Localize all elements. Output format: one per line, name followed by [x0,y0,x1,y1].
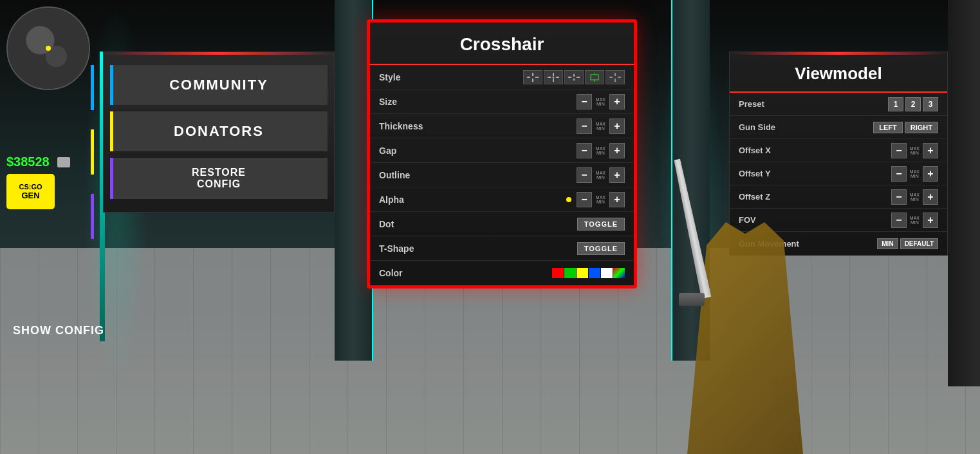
gun-movement-default-button[interactable]: DEFAULT [900,238,938,249]
outline-controls: − MAXMIN + [437,167,625,183]
restore-config-button[interactable]: RESTORECONFIG [110,158,328,199]
gun-movement-controls: MIN DEFAULT [877,238,938,249]
csgo-logo-line2: GEN [21,191,39,200]
knife-guard [679,293,705,306]
pillar-far-right [948,0,980,386]
crosshair-row-size: Size − MAXMIN + [370,90,634,114]
crosshair-row-style: Style [370,65,634,90]
outline-plus-button[interactable]: + [609,167,625,183]
offset-x-label: Offset X [739,146,891,155]
size-controls: − MAXMIN + [437,94,625,109]
money-display: $38528 [6,155,70,169]
csgo-logo-line1: CS:GO [19,183,42,191]
outline-label: Outline [379,170,437,180]
left-panel-top-bar [104,52,334,55]
show-config-label: SHOW CONFIG [13,324,104,337]
thickness-maxmin: MAXMIN [596,122,606,131]
accent-bar-restore [91,194,94,239]
left-panel: COMMUNITY DONATORS RESTORECONFIG [103,52,335,213]
offset-x-minus[interactable]: − [891,143,907,158]
vm-row-offset-x: Offset X − MAXMIN + [730,139,947,162]
accent-bar-donators [91,129,94,175]
style-icon-3[interactable] [564,70,584,84]
thickness-minus-button[interactable]: − [577,118,592,134]
money-icon [57,157,70,167]
preset-2-button[interactable]: 2 [905,97,921,111]
crosshair-row-thickness: Thickness − MAXMIN + [370,114,634,138]
size-label: Size [379,97,437,107]
csgo-logo-container: CS:GO GEN [6,174,55,209]
size-plus-button[interactable]: + [609,94,625,109]
community-button[interactable]: COMMUNITY [110,65,328,105]
gun-side-controls: LEFT RIGHT [873,122,938,133]
vm-row-offset-y: Offset Y − MAXMIN + [730,162,947,185]
tshape-label: T-Shape [379,243,437,254]
fov-maxmin: MAXMIN [910,216,920,225]
style-icon-4[interactable] [585,70,604,84]
alpha-dot [566,197,571,202]
vm-row-preset: Preset 1 2 3 [730,93,947,116]
style-icon-5[interactable] [606,70,625,84]
gap-maxmin: MAXMIN [596,146,606,155]
color-label: Color [379,268,437,278]
donators-button[interactable]: DONATORS [110,111,328,151]
thickness-label: Thickness [379,121,437,131]
offset-y-minus[interactable]: − [891,166,907,182]
offset-z-plus[interactable]: + [923,189,938,205]
offset-x-maxmin: MAXMIN [910,146,920,155]
crosshair-title: Crosshair [370,23,634,65]
money-amount: $38528 [6,155,50,169]
fov-minus[interactable]: − [891,213,907,228]
gap-controls: − MAXMIN + [437,143,625,158]
style-label: Style [379,72,437,82]
swatch-red[interactable] [552,268,564,278]
viewmodel-title: Viewmodel [730,55,947,93]
csgo-logo: CS:GO GEN [6,174,55,209]
show-config[interactable]: SHOW CONFIG [13,324,104,338]
hand-shape [639,222,832,454]
svg-rect-13 [591,75,598,80]
preset-3-button[interactable]: 3 [923,97,938,111]
svg-point-8 [553,76,555,78]
outline-maxmin: MAXMIN [596,171,606,180]
minimap-player-dot [46,46,51,51]
preset-label: Preset [739,99,888,109]
alpha-label: Alpha [379,194,437,205]
style-icon-group [523,70,625,84]
minimap [6,6,90,90]
style-icon-1[interactable] [523,70,542,84]
gun-side-label: Gun Side [739,122,873,132]
offset-y-plus[interactable]: + [923,166,938,182]
size-minus-button[interactable]: − [577,94,592,109]
style-icon-2[interactable] [544,70,563,84]
crosshair-row-outline: Outline − MAXMIN + [370,163,634,187]
gap-label: Gap [379,146,437,156]
gap-minus-button[interactable]: − [577,143,592,158]
accent-bar-community [91,65,94,110]
vm-row-gun-side: Gun Side LEFT RIGHT [730,116,947,139]
gun-side-left-button[interactable]: LEFT [873,122,903,133]
offset-z-minus[interactable]: − [891,189,907,205]
preset-1-button[interactable]: 1 [888,97,903,111]
dot-label: Dot [379,219,437,229]
offset-x-plus[interactable]: + [923,143,938,158]
gun-side-right-button[interactable]: RIGHT [905,122,938,133]
thickness-controls: − MAXMIN + [437,118,625,134]
offset-y-controls: − MAXMIN + [891,166,938,182]
offset-y-label: Offset Y [739,169,891,178]
outline-minus-button[interactable]: − [577,167,592,183]
fov-plus[interactable]: + [923,213,938,228]
offset-y-maxmin: MAXMIN [910,169,920,178]
thickness-plus-button[interactable]: + [609,118,625,134]
crosshair-row-gap: Gap − MAXMIN + [370,138,634,163]
gap-plus-button[interactable]: + [609,143,625,158]
size-maxmin: MAXMIN [596,97,606,106]
knife-hand-container [575,196,883,454]
offset-z-maxmin: MAXMIN [910,193,920,202]
style-controls [437,70,625,84]
offset-x-controls: − MAXMIN + [891,143,938,158]
fov-controls: − MAXMIN + [891,213,938,228]
preset-controls: 1 2 3 [888,97,938,111]
minimap-inner [8,8,89,89]
offset-z-controls: − MAXMIN + [891,189,938,205]
